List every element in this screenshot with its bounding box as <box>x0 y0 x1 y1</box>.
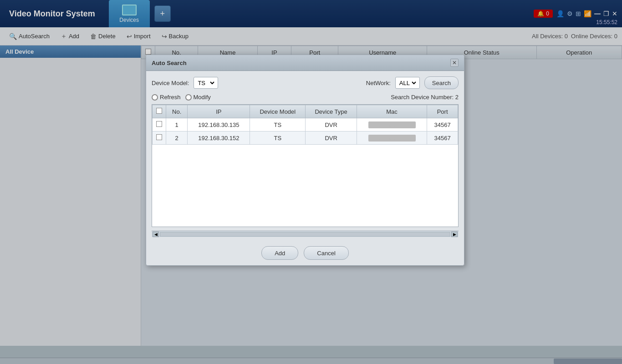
refresh-label: Refresh <box>160 94 181 101</box>
device-model-dropdown[interactable]: TS ALL <box>196 79 216 87</box>
scroll-track[interactable] <box>160 232 450 237</box>
cancel-button[interactable]: Cancel <box>304 246 348 260</box>
network-label: NetWork: <box>366 80 391 86</box>
dialog-toolbar-left: Refresh Modify <box>152 94 211 101</box>
results-table-wrap: No. IP Device Model Device Type Mac Port… <box>152 104 459 227</box>
row-check-1[interactable] <box>153 131 166 145</box>
device-model-select[interactable]: TS ALL <box>194 77 218 89</box>
device-model-label: Device Model: <box>152 80 189 86</box>
modify-radio-circle <box>185 94 192 101</box>
result-col-device-model: Device Model <box>250 105 306 118</box>
add-devices-button[interactable]: Add <box>261 246 298 260</box>
modify-label: Modify <box>194 94 211 101</box>
search-controls: Device Model: TS ALL NetWork: ALL Search <box>152 76 459 89</box>
search-device-num-label: Search Device Number: <box>391 94 454 101</box>
results-table: No. IP Device Model Device Type Mac Port… <box>152 105 458 145</box>
network-select[interactable]: ALL <box>395 77 420 89</box>
result-col-check[interactable] <box>153 105 166 118</box>
refresh-radio-circle <box>152 94 158 101</box>
network-dropdown[interactable]: ALL <box>398 79 418 87</box>
dialog-body: Device Model: TS ALL NetWork: ALL Search <box>146 71 464 243</box>
row-ip-0: 192.168.30.135 <box>188 118 250 131</box>
row-model-1: TS <box>250 131 306 145</box>
row-type-0: DVR <box>306 118 357 131</box>
modify-radio[interactable]: Modify <box>185 94 211 101</box>
result-col-device-type: Device Type <box>306 105 357 118</box>
result-table-row[interactable]: 2 192.168.30.152 TS DVR xx:xx:xx:xx:xx:x… <box>153 131 458 145</box>
row-no-1: 2 <box>166 131 188 145</box>
result-select-all[interactable] <box>156 108 162 114</box>
row-check-0[interactable] <box>153 118 166 131</box>
row-mac-0: xx:xx:xx:xx:xx:xx <box>357 118 427 131</box>
dialog-title-bar: Auto Search ✕ <box>146 55 464 71</box>
row-ip-1: 192.168.30.152 <box>188 131 250 145</box>
result-col-port: Port <box>427 105 458 118</box>
refresh-radio[interactable]: Refresh <box>152 94 181 101</box>
result-col-ip: IP <box>188 105 250 118</box>
search-button[interactable]: Search <box>424 76 459 89</box>
dialog-footer: Add Cancel <box>146 243 464 265</box>
row-port-1: 34567 <box>427 131 458 145</box>
scroll-left-arrow[interactable]: ◀ <box>153 232 159 237</box>
result-col-no: No. <box>166 105 188 118</box>
result-col-mac: Mac <box>357 105 427 118</box>
row-port-0: 34567 <box>427 118 458 131</box>
row-no-0: 1 <box>166 118 188 131</box>
row-type-1: DVR <box>306 131 357 145</box>
dialog-title-text: Auto Search <box>152 60 187 66</box>
horizontal-scrollbar[interactable]: ◀ ▶ <box>152 231 459 237</box>
dialog-toolbar: Refresh Modify Search Device Number: 2 <box>152 94 459 101</box>
row-mac-1: xx:xx:xx:xx:xx:xx <box>357 131 427 145</box>
search-device-num-value: 2 <box>455 94 459 101</box>
scroll-right-arrow[interactable]: ▶ <box>451 232 458 237</box>
search-device-number: Search Device Number: 2 <box>391 94 459 101</box>
auto-search-dialog: Auto Search ✕ Device Model: TS ALL NetWo… <box>146 55 464 266</box>
dialog-close-button[interactable]: ✕ <box>450 59 459 67</box>
row-model-0: TS <box>250 118 306 131</box>
result-table-row[interactable]: 1 192.168.30.135 TS DVR xx:xx:xx:xx:xx:x… <box>153 118 458 131</box>
